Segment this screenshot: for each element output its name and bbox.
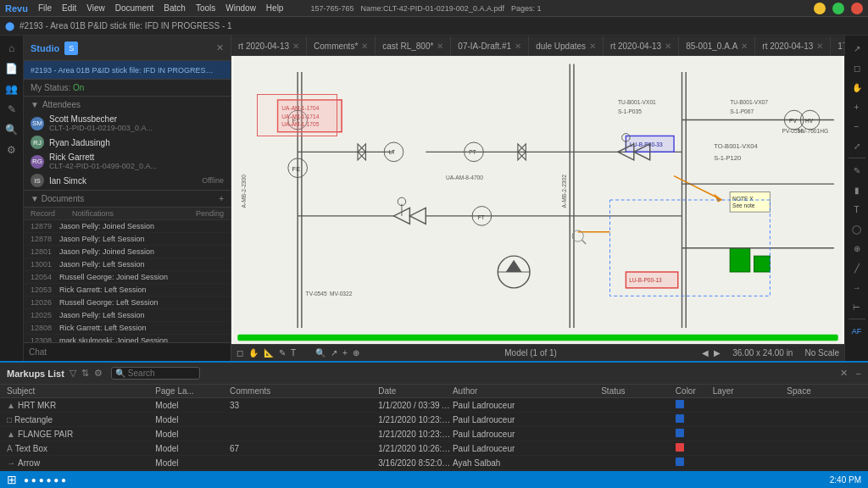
menu-window[interactable]: Window — [225, 3, 256, 13]
close-tab-icon[interactable]: ✕ — [589, 42, 596, 51]
tool-select-right-btn[interactable]: ◻ — [848, 58, 866, 77]
tab-rt-2020-2[interactable]: rt 2020-04-13✕ — [604, 36, 679, 55]
markups-sort-icon[interactable]: ⇅ — [81, 368, 89, 379]
tab-07-ia-draft[interactable]: 07-IA-Draft.#1✕ — [451, 36, 529, 55]
menu-batch[interactable]: Batch — [164, 3, 186, 13]
tool-highlight-btn[interactable]: ▮ — [848, 180, 866, 199]
tool-pointer-icon[interactable]: ↗ — [331, 348, 337, 358]
tool-pen-btn[interactable]: ✎ — [848, 161, 866, 180]
list-item: 12878Jason Pelly: Left Session — [24, 233, 231, 246]
menu-view[interactable]: View — [86, 3, 105, 13]
tool-plus-icon[interactable]: + — [342, 348, 348, 358]
table-row[interactable]: ▲FLANGE PAIR Model 1/21/2020 10:23:46 AM… — [0, 427, 868, 441]
tab-cast-rl800[interactable]: cast RL_800*✕ — [376, 36, 451, 55]
close-tab-icon[interactable]: ✕ — [437, 42, 443, 51]
nav-prev-btn[interactable]: ◀ — [702, 348, 709, 358]
markups-close-btn[interactable]: ✕ — [840, 368, 848, 379]
close-tab-icon[interactable]: ✕ — [515, 42, 521, 51]
table-row[interactable]: □Rectangle Model 1/21/2020 10:23:29 AM P… — [0, 413, 868, 427]
menu-document[interactable]: Document — [115, 3, 154, 13]
tool-hand-icon[interactable]: ✋ — [248, 348, 259, 358]
tool-zoom-in-btn[interactable]: + — [848, 97, 866, 116]
tool-measure-right-btn[interactable]: ⊢ — [848, 297, 866, 316]
table-row[interactable]: →Arrow Model 3/16/2020 8:52:05 AM Ayah S… — [0, 456, 868, 470]
close-tab-icon[interactable]: ✕ — [816, 42, 823, 51]
tab-label: rt 2020-04-13 — [610, 42, 661, 51]
markups-filter-icon[interactable]: ▽ — [70, 368, 76, 379]
drawing-area[interactable]: FT FE UA-AM-1-1704 UA-AM-1-1714 UA-AM-1-… — [231, 56, 844, 344]
attendee-info: Rick Garrett CLT-42-PID-01-0499-002_0.A.… — [49, 152, 224, 170]
tool-text-icon[interactable]: T — [291, 348, 296, 358]
tool-zoom-out-btn[interactable]: − — [848, 117, 866, 136]
tool-select-icon[interactable]: ◻ — [236, 348, 243, 358]
close-tab-icon[interactable]: ✕ — [665, 42, 671, 51]
nav-markups-btn[interactable]: ✎ — [3, 100, 21, 119]
col-header-page: Page La... — [155, 386, 230, 396]
close-tab-icon[interactable]: ✕ — [292, 42, 299, 51]
table-row[interactable]: AText Box Model 67 1/21/2020 10:26:44 AM… — [0, 441, 868, 456]
tab-dule-updates[interactable]: dule Updates✕ — [529, 36, 604, 55]
attendee-name: Rick Garrett — [49, 152, 224, 162]
tab-rt-2020-3[interactable]: rt 2020-04-13✕ — [755, 36, 831, 55]
markups-settings-icon[interactable]: ⚙ — [94, 368, 103, 379]
svg-text:NOTE X: NOTE X — [732, 196, 754, 202]
documents-add-icon[interactable]: + — [219, 194, 224, 203]
tool-line-btn[interactable]: ╱ — [848, 258, 866, 277]
maximize-button[interactable] — [832, 3, 844, 14]
menu-file[interactable]: File — [38, 3, 52, 13]
list-item: 12026Russell George: Left Session — [24, 297, 231, 309]
nav-next-btn[interactable]: ▶ — [714, 348, 721, 358]
nav-search-btn[interactable]: 🔍 — [3, 120, 21, 139]
annotation-box-1[interactable] — [257, 94, 337, 136]
windows-icon[interactable]: ⊞ — [7, 473, 17, 486]
close-button[interactable] — [851, 3, 863, 14]
close-tab-icon[interactable]: ✕ — [741, 42, 748, 51]
notif-text: Jason Pelly: Joined Session — [59, 222, 224, 230]
sidebar-collapse-btn[interactable]: ✕ — [216, 42, 224, 53]
tool-arrow-btn[interactable]: → — [848, 278, 866, 297]
table-row[interactable]: →Arrow Model 3/16/2020 8:52:08 AM Ayah S… — [0, 470, 868, 471]
tool-magnify-icon[interactable]: ⊕ — [353, 348, 359, 358]
dimensions-text: 36.00 x 24.00 in — [732, 348, 793, 358]
tool-measure-icon[interactable]: 📐 — [264, 348, 274, 358]
tool-pan-btn[interactable]: ✋ — [848, 78, 866, 97]
svg-text:HV: HV — [805, 118, 814, 124]
tool-af-btn[interactable]: AF — [848, 322, 866, 341]
tool-zoom-btn[interactable]: 🔍 — [315, 348, 326, 358]
attendee-id: CLT-42-PID-01-0499-002_0.A... — [49, 162, 224, 170]
nav-docs-btn[interactable]: 📄 — [3, 59, 21, 78]
tab-rt-2020-1[interactable]: rt 2020-04-13✕ — [231, 36, 307, 55]
notif-text: Rick Garrett: Left Session — [59, 324, 224, 332]
pages-info: Pages: 1 — [511, 4, 542, 13]
tool-text-btn[interactable]: T — [848, 200, 866, 219]
attendees-collapse-icon[interactable]: ▼ — [31, 100, 39, 109]
tool-stamp-btn[interactable]: ⊕ — [848, 239, 866, 258]
my-status-section: My Status: On — [24, 80, 231, 97]
markup-page: Model — [155, 458, 230, 468]
minimize-button[interactable] — [814, 3, 826, 14]
svg-text:PV: PV — [789, 118, 797, 124]
menu-edit[interactable]: Edit — [62, 3, 76, 13]
search-input[interactable] — [128, 369, 196, 378]
tool-shape-btn[interactable]: ◯ — [848, 219, 866, 238]
nav-home-btn[interactable]: ⌂ — [3, 39, 21, 58]
tool-arrow-right-btn[interactable]: ↗ — [848, 39, 866, 58]
menu-help[interactable]: Help — [266, 3, 284, 13]
tab-85-001[interactable]: 85-001_0.A.A✕ — [679, 36, 755, 55]
close-tab-icon[interactable]: ✕ — [361, 42, 368, 51]
markups-collapse-btn[interactable]: − — [856, 369, 861, 379]
table-row[interactable]: ▲HRT MKR Model 33 1/1/2020 / 03:39 AM Pa… — [0, 398, 868, 413]
tab-comments[interactable]: Comments*✕ — [307, 36, 376, 55]
markup-search-box[interactable]: 🔍 — [111, 367, 200, 380]
menu-tools[interactable]: Tools — [196, 3, 215, 13]
attendee-info: Scott Mussbecher CLT-1-PID-01-0219-003_0… — [49, 114, 224, 132]
tool-markup-icon[interactable]: ✎ — [279, 348, 286, 358]
markup-date: 1/21/2020 10:23:29 AM — [378, 415, 453, 424]
markup-subject: →Arrow — [7, 458, 155, 468]
documents-collapse-icon[interactable]: ▼ — [31, 194, 39, 203]
svg-text:S-1-P067: S-1-P067 — [730, 108, 754, 114]
tab-17-003[interactable]: 17 003_0.A.A✕ — [831, 36, 844, 55]
nav-studio-btn[interactable]: 👥 — [3, 80, 21, 98]
tool-fit-btn[interactable]: ⤢ — [848, 136, 866, 155]
nav-settings-btn[interactable]: ⚙ — [3, 141, 21, 159]
